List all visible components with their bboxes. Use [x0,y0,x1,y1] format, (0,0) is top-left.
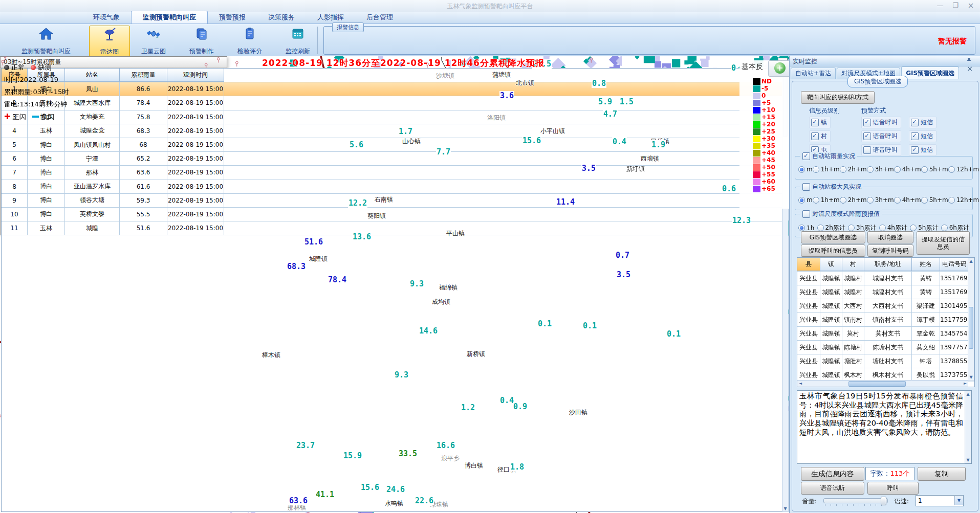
voice-checkbox-镇[interactable]: 语音呼叫 [861,117,901,128]
gis-select-button[interactable]: GIS预警区域圈选 [801,231,865,243]
radio-icon[interactable] [813,166,819,173]
rain-table-row[interactable]: 8博白亚山温罗水库61.62022-08-19 15:00 [2,180,782,194]
maximize-button[interactable]: ❐ [948,2,963,10]
cancel-select-button[interactable]: 取消圈选 [867,231,913,243]
radio-option-4h+m[interactable]: 4h+m [894,166,921,173]
checkbox-icon[interactable] [911,132,919,140]
map-area[interactable]: 2022-08-19 12时36分至2022-08-19 12时46分累积降水预… [0,56,789,513]
menu-tab-环境气象[interactable]: 环境气象 [82,11,131,24]
radio-icon[interactable] [867,197,874,204]
rain-table-row[interactable]: 11玉林城隍51.62022-08-19 15:00 [2,221,782,235]
tool-检验评分[interactable]: 检验评分 [226,26,273,57]
radio-option-1h+m[interactable]: 1h+m [813,166,840,173]
extract-sms-informers-button[interactable]: 提取发短信的信息员 [917,231,970,255]
generate-message-button[interactable]: 生成信息内容 [801,467,864,481]
contacts-vscrollbar[interactable]: ▲ ▼ [968,258,974,381]
minimize-button[interactable]: — [933,2,947,10]
close-button[interactable]: × [964,2,978,10]
rain-table-row[interactable]: 10博白英桥文黎55.52022-08-19 15:00 [2,208,782,221]
contacts-col-header[interactable]: 村 [842,258,864,271]
contacts-row[interactable]: 兴业县城隍镇镇南村镇南村支书谭于模151775946 [797,313,974,327]
message-scrollbar[interactable]: ▲ ▼ [965,391,971,463]
menu-tab-后台管理[interactable]: 后台管理 [355,11,404,24]
tool-监测预警靶向叫应[interactable]: 监测预警靶向叫应 [4,26,88,57]
call-button[interactable]: 呼叫 [867,482,919,495]
radio-icon[interactable] [848,225,855,231]
rain-table-row[interactable]: 6博白宁潭65.22022-08-19 15:00 [2,152,782,166]
checkbox-icon[interactable] [802,152,810,160]
tool-雷达图[interactable]: 雷达图 [89,26,130,58]
rain-col-header[interactable]: 观测时间 [167,69,224,82]
radio-option-12h+m[interactable]: 12h+m [948,196,979,204]
extract-call-informers-button[interactable]: 提取呼叫的信息员 [801,244,865,257]
voice-checkbox-屯[interactable]: 语音呼叫 [861,144,901,156]
radio-option-4h+m[interactable]: 4h+m [894,196,921,204]
contacts-row[interactable]: 兴业县城隍镇城隍村城隍村支书黄铸135176975 [797,285,974,299]
radio-option-3h+m[interactable]: 3h+m [867,166,894,173]
menu-tab-人影指挥[interactable]: 人影指挥 [306,11,355,24]
scroll-down-icon[interactable]: ▼ [965,457,971,463]
menu-tab-预警预报[interactable]: 预警预报 [208,11,257,24]
checkbox-icon[interactable] [802,183,810,191]
copy-call-numbers-button[interactable]: 复制呼叫号码 [867,244,913,257]
radio-icon[interactable] [948,197,955,204]
rain-table-row[interactable]: 7博白那林63.62022-08-19 15:00 [2,166,782,180]
checkbox-icon[interactable] [811,119,819,126]
radio-option-m[interactable]: m [798,196,813,204]
contacts-row[interactable]: 兴业县城隍镇大西村大西村支书梁泽建130149571 [797,299,974,313]
radio-icon[interactable] [948,166,955,173]
tts-preview-button[interactable]: 语音试听 [801,482,864,495]
scroll-thumb[interactable] [969,307,973,349]
radio-icon[interactable] [813,197,819,204]
radio-option-m[interactable]: m [798,166,813,173]
copy-message-button[interactable]: 复制 [918,467,966,481]
rain-table-row[interactable]: 1博白凤山86.62022-08-19 15:00 [2,82,782,96]
radio-option-12h+m[interactable]: 12h+m [948,166,979,173]
radio-icon[interactable] [921,197,928,204]
radio-icon[interactable] [921,166,928,173]
contacts-col-header[interactable]: 镇 [820,258,842,271]
scroll-right-icon[interactable]: ► [962,381,968,386]
radio-icon[interactable] [894,197,901,204]
radio-icon[interactable] [840,197,846,204]
rain-table-row[interactable]: 3博白文地姜充75.82022-08-19 15:00 [2,110,782,124]
radio-icon[interactable] [798,225,805,231]
radio-icon[interactable] [910,225,917,231]
checkbox-icon[interactable] [863,119,871,126]
rain-col-header[interactable]: 累积雨量 [120,69,167,82]
warning-message-box[interactable]: 玉林市气象台19日5时15分发布暴雨橙色预警信号：4时以来兴业县城隍大西水库已出… [797,390,972,464]
contacts-col-header[interactable]: 县 [797,258,820,271]
contacts-row[interactable]: 兴业县城隍镇莫村莫村支书覃金乾134575405 [797,327,974,341]
speed-select[interactable]: 1 ▼ [916,495,964,506]
sms-checkbox-屯[interactable]: 短信 [909,144,937,156]
checkbox-icon[interactable] [863,146,871,154]
contacts-row[interactable]: 兴业县城隍镇城隍村城隍村支书黄铸135176975 [797,272,974,285]
volume-slider[interactable] [823,498,888,503]
tool-预警制作[interactable]: 预警制作 [178,26,225,57]
contacts-col-header[interactable]: 职务/地址 [864,258,912,271]
warning-message-text[interactable]: 玉林市气象台19日5时15分发布暴雨橙色预警信号：4时以来兴业县城隍大西水库已出… [799,392,963,462]
legend-zoom-button[interactable]: + [768,60,789,77]
radio-option-5h+m[interactable]: 5h+m [921,196,948,204]
panel-close-icon[interactable]: × [967,64,977,73]
checkbox-icon[interactable] [863,132,871,140]
menu-tab-监测预警靶向叫应[interactable]: 监测预警靶向叫应 [131,11,208,24]
scroll-thumb[interactable] [848,381,906,387]
radio-icon[interactable] [798,166,805,173]
level-checkbox-村[interactable]: 村 [809,130,831,142]
tool-监控刷新[interactable]: 监控刷新 [274,26,321,57]
checkbox-icon[interactable] [811,132,819,140]
panel-tab-自动站+雷达[interactable]: 自动站+雷达 [791,68,836,79]
rain-table-row[interactable]: 4玉林城隍金党68.32022-08-19 15:00 [2,124,782,138]
contacts-col-header[interactable]: 电话号码 [940,258,969,271]
call-level-mode-button[interactable]: 靶向叫应的级别和方式 [801,91,875,104]
radio-option-2h+m[interactable]: 2h+m [840,196,867,204]
scroll-up-icon[interactable]: ▲ [968,258,974,264]
scroll-down-icon[interactable]: ▼ [782,506,788,511]
checkbox-icon[interactable] [802,210,810,218]
sms-checkbox-镇[interactable]: 短信 [909,117,937,128]
checkbox-icon[interactable] [911,119,919,126]
level-checkbox-镇[interactable]: 镇 [809,117,831,128]
scroll-left-icon[interactable]: ◄ [797,381,803,386]
radio-icon[interactable] [798,197,805,204]
